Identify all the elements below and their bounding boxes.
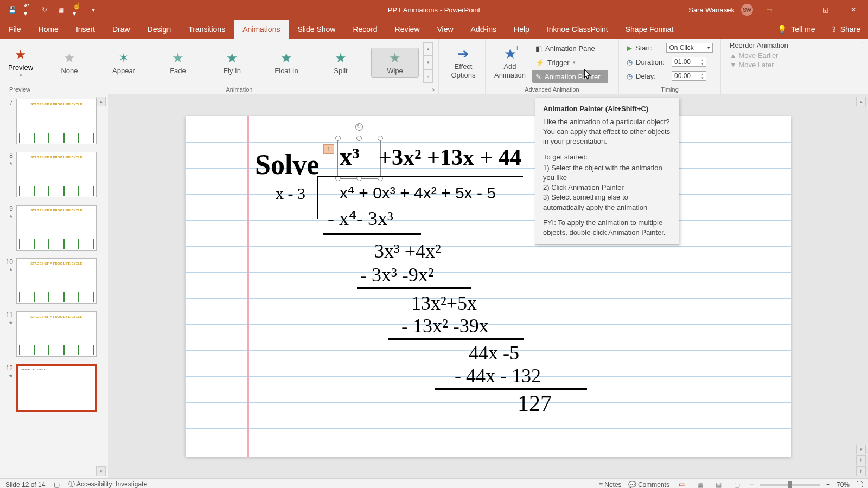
step2[interactable]: 3x³ +4x²: [374, 240, 441, 262]
tab-transitions[interactable]: Transitions: [180, 20, 234, 39]
zoom-in-button[interactable]: +: [826, 481, 830, 489]
anim-flyin[interactable]: ★Fly In: [208, 48, 256, 77]
touch-icon[interactable]: ☝ ▾: [73, 5, 81, 14]
normal-view-button[interactable]: ▭: [676, 480, 688, 489]
save-icon[interactable]: 💾: [8, 5, 16, 14]
anim-star-icon: ★: [9, 320, 13, 325]
qat-customize-icon[interactable]: ▾: [89, 5, 98, 14]
tab-shapeformat[interactable]: Shape Format: [617, 20, 682, 39]
preview-button[interactable]: ★ Preview ▾: [5, 41, 36, 84]
anim-split[interactable]: ★Split: [317, 48, 365, 77]
tab-insert[interactable]: Insert: [67, 20, 104, 39]
present-icon[interactable]: ▦: [56, 5, 65, 14]
scroll-down-button[interactable]: ▾: [96, 466, 106, 476]
tab-animations[interactable]: Animations: [234, 20, 289, 39]
solve-text[interactable]: Solve: [255, 149, 319, 181]
tab-draw[interactable]: Draw: [104, 20, 139, 39]
editor-next-slide[interactable]: ⇟: [856, 466, 866, 476]
tab-help[interactable]: Help: [505, 20, 538, 39]
tab-review[interactable]: Review: [386, 20, 429, 39]
gallery-down[interactable]: ▾: [423, 56, 433, 69]
animation-tag[interactable]: 1: [323, 144, 334, 154]
tellme[interactable]: 💡Tell me: [770, 25, 822, 39]
step4[interactable]: 13x²+5x: [411, 292, 477, 314]
collapse-ribbon-icon[interactable]: ˆ: [862, 42, 864, 48]
anim-none[interactable]: ★None: [46, 48, 93, 77]
sorter-view-button[interactable]: ▦: [694, 480, 706, 489]
tab-view[interactable]: View: [429, 20, 462, 39]
anim-floatin[interactable]: ★Float In: [263, 48, 310, 77]
remainder[interactable]: 127: [518, 390, 552, 416]
zoom-out-button[interactable]: −: [750, 481, 754, 489]
thumb-12[interactable]: 12★ Solve x³+3x²+13x+44: [2, 364, 105, 412]
thumb-number: 9: [9, 205, 13, 213]
anim-fade[interactable]: ★Fade: [154, 48, 202, 77]
dividend[interactable]: x⁴ + 0x³ + 4x² + 5x - 5: [340, 183, 496, 202]
step7[interactable]: - 44x - 132: [455, 364, 541, 387]
tooltip-step2: 2) Click Animation Painter: [543, 183, 671, 192]
user-name[interactable]: Sara Wanasek: [688, 6, 735, 14]
delay-input[interactable]: 00.00▴▾: [672, 71, 706, 81]
anim-star-icon: ★: [9, 267, 13, 272]
step3[interactable]: - 3x³ -9x²: [360, 264, 434, 286]
restore-icon[interactable]: ◱: [813, 0, 838, 20]
quotient-x3[interactable]: x³: [340, 142, 360, 171]
avatar[interactable]: SW: [741, 4, 753, 16]
tab-slideshow[interactable]: Slide Show: [289, 20, 344, 39]
reading-view-button[interactable]: ▤: [713, 480, 725, 489]
divisor[interactable]: x - 3: [276, 184, 305, 203]
chevron-down-icon: ▾: [20, 73, 22, 78]
tab-addins[interactable]: Add-ins: [462, 20, 505, 39]
add-animation-button[interactable]: ★+ Add Animation: [491, 41, 529, 84]
minimize-icon[interactable]: ―: [784, 0, 809, 20]
scroll-up-button[interactable]: ▴: [96, 97, 106, 106]
undo-icon[interactable]: ↶ ▾: [24, 5, 33, 14]
redo-icon[interactable]: ↻: [40, 5, 49, 14]
start-dropdown[interactable]: On Click▾: [666, 43, 713, 53]
editor-prev-slide[interactable]: ⇞: [856, 455, 866, 465]
step1[interactable]: - x⁴- 3x³: [328, 207, 393, 230]
duration-input[interactable]: 01.00▴▾: [672, 57, 706, 67]
zoom-level[interactable]: 70%: [837, 481, 850, 489]
tab-home[interactable]: Home: [30, 20, 67, 39]
zoom-slider[interactable]: [760, 484, 820, 486]
quotient-rest[interactable]: +3x² +13x + 44: [379, 144, 521, 170]
gallery-more[interactable]: ▿: [423, 69, 433, 83]
fit-button[interactable]: ⛶: [856, 481, 863, 489]
share-button[interactable]: ⇪Share: [823, 25, 868, 39]
notes-button[interactable]: ≡ Notes: [599, 481, 622, 489]
trigger-button[interactable]: ⚡Trigger▾: [532, 56, 608, 69]
animation-pane-button[interactable]: ◧Animation Pane: [532, 42, 608, 55]
tab-design[interactable]: Design: [139, 20, 180, 39]
tab-classpoint[interactable]: Inknoe ClassPoint: [538, 20, 617, 39]
slide-canvas[interactable]: Solve 1 x³ +3x² +13x + 44 x - 3 x⁴ + 0x³…: [186, 116, 791, 457]
thumb-number: 8: [9, 152, 13, 159]
thumb-7[interactable]: 7 STAGES OF A FROG LIFE CYCLE: [2, 99, 105, 144]
slide-editor[interactable]: Solve 1 x³ +3x² +13x + 44 x - 3 x⁴ + 0x³…: [108, 94, 868, 478]
animation-launcher[interactable]: ↘: [430, 86, 436, 92]
gallery-up[interactable]: ▴: [423, 42, 433, 56]
display-settings-icon[interactable]: ▢: [54, 481, 60, 489]
editor-scroll-up[interactable]: ▴: [856, 97, 866, 106]
tab-record[interactable]: Record: [344, 20, 386, 39]
slide-thumbnail-panel: ▴ 7 STAGES OF A FROG LIFE CYCLE 8★ STAGE…: [0, 94, 108, 478]
slideshow-view-button[interactable]: ▢: [731, 480, 743, 489]
anim-wipe[interactable]: ★Wipe: [371, 48, 419, 78]
thumb-10[interactable]: 10★ STAGES OF A FROG LIFE CYCLE: [2, 258, 105, 304]
animation-painter-button[interactable]: ✎Animation Painter: [532, 70, 608, 83]
tab-file[interactable]: File: [0, 20, 30, 39]
accessibility-button[interactable]: ⓘ Accessibility: Investigate: [68, 480, 147, 488]
editor-scroll-down[interactable]: ▾: [856, 445, 866, 454]
accessibility-icon: ⓘ: [68, 480, 75, 488]
anim-appear[interactable]: ✶Appear: [100, 48, 148, 77]
step5[interactable]: - 13x² -39x: [401, 314, 489, 337]
thumb-8[interactable]: 8★ STAGES OF A FROG LIFE CYCLE: [2, 152, 105, 197]
comments-button[interactable]: 💬 Comments: [628, 481, 669, 489]
close-icon[interactable]: ✕: [841, 0, 866, 20]
step6[interactable]: 44x -5: [469, 342, 519, 364]
effect-options-button[interactable]: ➔ Effect Options: [444, 41, 482, 84]
rotate-handle[interactable]: [355, 123, 363, 131]
thumb-9[interactable]: 9★ STAGES OF A FROG LIFE CYCLE: [2, 205, 105, 251]
ribbon-display-icon[interactable]: ▭: [756, 0, 781, 20]
thumb-11[interactable]: 11★ STAGES OF A FROG LIFE CYCLE: [2, 311, 105, 357]
